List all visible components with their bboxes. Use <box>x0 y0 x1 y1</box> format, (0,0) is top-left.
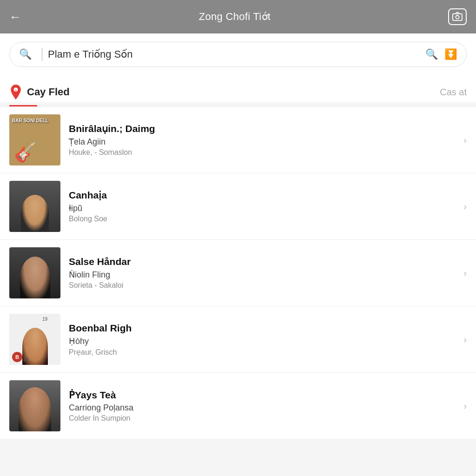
item-title-5: ṖYays Teà <box>69 390 459 401</box>
album-label-1: BAR SONI DELL <box>12 118 48 124</box>
section-title-group: 1 Cay Fled <box>9 85 70 99</box>
search-input[interactable]: Plam e Triống Sốn <box>48 48 425 60</box>
item-meta-5: Colder In Sumpion <box>69 414 459 423</box>
svg-text:1: 1 <box>15 88 17 92</box>
chevron-icon-4: › <box>463 334 467 345</box>
search-icon-left: 🔍 <box>19 48 32 60</box>
item-content-3: Salse Håndar Ṅiolin Fling Sorieta - Saka… <box>69 256 459 290</box>
album-thumb-3 <box>9 247 60 298</box>
search-bar: 🔍 Plam e Triống Sốn 🔍 ⏬ <box>9 42 467 67</box>
header-title: Zong Chofi Tiớt <box>199 11 271 23</box>
list-item[interactable]: BAR SONI DELL Bnirâlaụin.; Daimg Ṭela Ag… <box>0 107 476 173</box>
album-thumb-4: 19 B 12 <box>9 314 60 365</box>
download-icon[interactable]: ⏬ <box>444 48 457 60</box>
item-content-2: Canhaịa ⱡipũ Bolong Soe <box>69 190 459 223</box>
svg-point-1 <box>456 15 459 19</box>
item-subtitle-1: Ṭela Agiin <box>69 137 459 147</box>
item-content-1: Bnirâlaụin.; Daimg Ṭela Agiin Houke, - S… <box>69 123 459 157</box>
thumb-logo: B <box>12 352 22 362</box>
album-thumb-2 <box>9 181 60 232</box>
thumb-logo-number: 12 <box>23 357 28 362</box>
back-button[interactable]: ← <box>9 10 21 24</box>
section-action[interactable]: Cas at <box>440 87 467 98</box>
chevron-icon-3: › <box>463 268 467 278</box>
pin-icon: 1 <box>9 85 22 99</box>
search-divider <box>42 48 42 61</box>
item-subtitle-4: Ḥòhy <box>69 336 459 346</box>
item-meta-1: Houke, - Somaslon <box>69 148 459 157</box>
search-icon-right[interactable]: 🔍 <box>425 48 438 60</box>
list-item[interactable]: Canhaịa ⱡipũ Bolong Soe › <box>0 173 476 240</box>
item-content-5: ṖYays Teà Carriong Poļansa Colder In Sum… <box>69 390 459 423</box>
item-title-3: Salse Håndar <box>69 256 459 267</box>
section-title: Cay Fled <box>27 86 70 98</box>
item-meta-2: Bolong Soe <box>69 215 459 223</box>
svg-rect-0 <box>453 14 462 21</box>
list-container: BAR SONI DELL Bnirâlaụin.; Daimg Ṭela Ag… <box>0 107 476 439</box>
item-subtitle-5: Carriong Poļansa <box>69 403 459 413</box>
chevron-icon-1: › <box>463 135 467 145</box>
camera-button[interactable] <box>448 8 467 25</box>
item-title-1: Bnirâlaụin.; Daimg <box>69 123 459 134</box>
album-thumb-1: BAR SONI DELL <box>9 114 60 165</box>
item-meta-3: Sorieta - Sakaloi <box>69 281 459 290</box>
list-item[interactable]: ṖYays Teà Carriong Poļansa Colder In Sum… <box>0 373 476 439</box>
search-container: 🔍 Plam e Triống Sốn 🔍 ⏬ <box>0 33 476 75</box>
list-item[interactable]: 19 B 12 Boenbal Righ Ḥòhy Prẹaur, Grisch… <box>0 306 476 373</box>
chevron-icon-5: › <box>463 401 467 411</box>
chevron-icon-2: › <box>463 201 467 212</box>
list-item[interactable]: Salse Håndar Ṅiolin Fling Sorieta - Saka… <box>0 240 476 306</box>
item-subtitle-2: ⱡipũ <box>69 203 459 213</box>
item-title-2: Canhaịa <box>69 190 459 201</box>
item-subtitle-3: Ṅiolin Fling <box>69 270 459 280</box>
item-title-4: Boenbal Righ <box>69 323 459 334</box>
section-header: 1 Cay Fled Cas at <box>0 75 476 102</box>
item-content-4: Boenbal Righ Ḥòhy Prẹaur, Grisch <box>69 323 459 357</box>
thumb-number: 19 <box>42 317 47 322</box>
album-thumb-5 <box>9 380 60 431</box>
header: ← Zong Chofi Tiớt <box>0 0 476 33</box>
item-meta-4: Prẹaur, Grisch <box>69 348 459 357</box>
camera-icon <box>452 12 463 21</box>
